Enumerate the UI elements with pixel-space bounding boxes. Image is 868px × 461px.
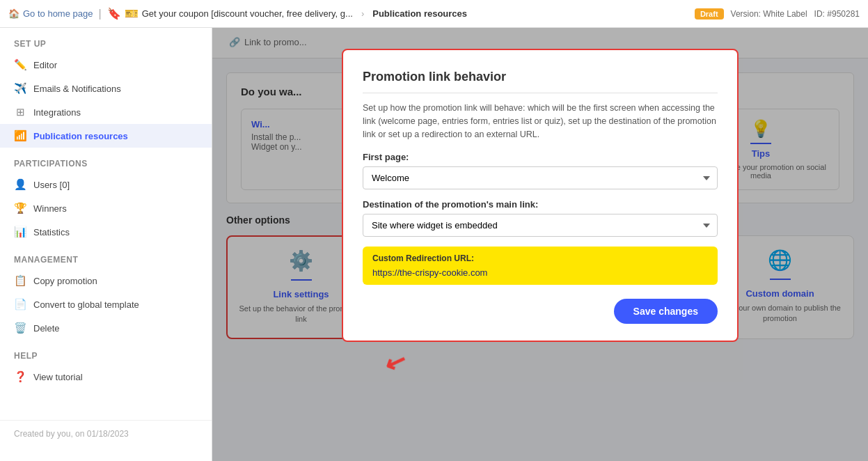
delete-icon: 🗑️: [14, 322, 26, 334]
sidebar-item-statistics[interactable]: 📊 Statistics: [0, 220, 212, 244]
breadcrumb-arrow: ›: [361, 8, 364, 19]
sidebar: Set up ✏️ Editor ✈️ Emails & Notificatio…: [0, 28, 212, 461]
custom-url-box: Custom Redirection URL:: [363, 247, 718, 285]
sidebar-item-label: View tutorial: [33, 372, 83, 382]
modal-desc: Set up how the promotion link will behav…: [363, 102, 718, 141]
users-icon: 👤: [14, 178, 26, 191]
sidebar-item-winners[interactable]: 🏆 Winners: [0, 196, 212, 220]
first-page-select[interactable]: Welcome Entries form Entries list: [363, 166, 718, 189]
tutorial-icon: ❓: [14, 370, 26, 383]
sidebar-item-label: Delete: [33, 323, 60, 334]
sidebar-item-integrations[interactable]: ⊞ Integrations: [0, 100, 212, 124]
sidebar-item-label: Users [0]: [33, 180, 70, 190]
promotion-link-modal: Promotion link behavior Set up how the p…: [342, 49, 739, 342]
sidebar-item-convert[interactable]: 📄 Convert to global template: [0, 292, 212, 316]
destination-label: Destination of the promotion's main link…: [363, 199, 718, 210]
convert-icon: 📄: [14, 298, 26, 311]
modal-title: Promotion link behavior: [363, 70, 718, 84]
status-badge: Draft: [695, 8, 724, 19]
sidebar-help-title: Help: [0, 340, 212, 365]
sidebar-item-label: Integrations: [33, 107, 81, 118]
sidebar-item-label: Copy promotion: [33, 276, 97, 286]
promo-name: Get your coupon [discount voucher, free …: [142, 8, 353, 19]
sidebar-setup-title: Set up: [0, 28, 212, 53]
save-button[interactable]: Save changes: [614, 299, 718, 324]
sidebar-item-label: Winners: [33, 203, 67, 214]
version-label: Version: White Label: [731, 9, 807, 19]
statistics-icon: 📊: [14, 226, 26, 238]
email-icon: ✈️: [14, 82, 26, 95]
sidebar-item-tutorial[interactable]: ❓ View tutorial: [0, 365, 212, 389]
sidebar-item-label: Emails & Notifications: [33, 84, 121, 94]
sidebar-item-copy[interactable]: 📋 Copy promotion: [0, 269, 212, 292]
copy-icon: 📋: [14, 274, 26, 287]
modal-overlay: Promotion link behavior Set up how the p…: [212, 28, 868, 461]
id-label: ID: #950281: [814, 9, 860, 19]
sidebar-item-delete[interactable]: 🗑️ Delete: [0, 316, 212, 340]
sidebar-participations-title: Participations: [0, 148, 212, 173]
home-label: Go to home page: [23, 8, 93, 19]
bookmark-icon: 🔖: [107, 7, 121, 20]
topbar-right: Draft Version: White Label ID: #950281: [695, 8, 860, 19]
custom-url-input[interactable]: [372, 267, 708, 278]
separator-1: |: [98, 8, 101, 20]
sidebar-item-label: Convert to global template: [33, 299, 139, 310]
sidebar-item-label: Editor: [33, 60, 57, 70]
winners-icon: 🏆: [14, 202, 26, 214]
edit-icon: ✏️: [14, 58, 26, 71]
coupon-icon: 🎫: [125, 7, 139, 20]
sidebar-item-users[interactable]: 👤 Users [0]: [0, 173, 212, 196]
custom-url-label: Custom Redirection URL:: [372, 253, 708, 263]
sidebar-item-label: Statistics: [33, 227, 70, 237]
sidebar-item-editor[interactable]: ✏️ Editor: [0, 53, 212, 77]
destination-select[interactable]: Site where widget is embedded Welcome pa…: [363, 214, 718, 237]
home-icon: 🏠: [8, 8, 19, 19]
sidebar-item-publication[interactable]: 📶 Publication resources: [0, 124, 212, 148]
sidebar-item-label: Publication resources: [33, 131, 128, 141]
page-title: Publication resources: [372, 8, 467, 19]
sidebar-footer: Created by you, on 01/18/2023: [0, 420, 212, 447]
promo-breadcrumb: 🔖 🎫 Get your coupon [discount voucher, f…: [107, 7, 353, 20]
sidebar-item-emails[interactable]: ✈️ Emails & Notifications: [0, 77, 212, 100]
main-content: 🔗 Link to promo... Do you wa... Wi... In…: [212, 28, 868, 461]
sidebar-management-title: Management: [0, 244, 212, 269]
modal-footer: Save changes: [363, 299, 718, 324]
modal-divider: [363, 93, 718, 93]
arrow-indicator: ↙: [381, 345, 411, 380]
integrations-icon: ⊞: [14, 106, 26, 118]
home-link[interactable]: 🏠 Go to home page: [8, 8, 93, 19]
publication-icon: 📶: [14, 130, 26, 142]
first-page-label: First page:: [363, 152, 718, 162]
topbar: 🏠 Go to home page | 🔖 🎫 Get your coupon …: [0, 0, 868, 28]
